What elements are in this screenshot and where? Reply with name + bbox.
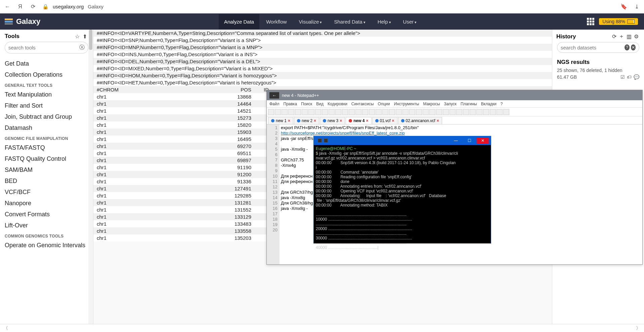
toolbar-button[interactable] xyxy=(449,109,456,115)
tools-search-input[interactable] xyxy=(8,45,79,50)
bookmark-icon[interactable]: 🔖 xyxy=(620,3,627,10)
toolbar-button[interactable] xyxy=(308,109,314,115)
toolbar-button[interactable] xyxy=(315,109,321,115)
chevron-left-icon[interactable]: 〈 xyxy=(3,325,8,331)
yandex-icon[interactable]: Я xyxy=(17,4,24,10)
new-history-icon[interactable]: ＋ xyxy=(618,33,625,40)
titlebar-back-icon[interactable]: ← xyxy=(269,92,279,99)
help-icon[interactable]: ? xyxy=(625,44,630,50)
toolbar-button[interactable] xyxy=(349,109,355,115)
toolbar-button[interactable] xyxy=(409,109,415,115)
editor-tab[interactable]: 02.anncanon.vcf× xyxy=(398,117,442,124)
toolbar-button[interactable] xyxy=(355,109,361,115)
nav-workflow[interactable]: Workflow xyxy=(261,14,292,29)
notepad-titlebar[interactable]: ← new 4 - Notepad++ xyxy=(267,90,642,100)
tool-link[interactable]: Datamash xyxy=(5,122,93,134)
menu-item[interactable]: Запуск xyxy=(444,102,457,106)
menu-item[interactable]: Кодировки xyxy=(328,102,347,106)
terminal-window[interactable]: — ☐ ✕ Eugene@HOME-PC ~ $ java -Xmx8g -ja… xyxy=(313,136,491,244)
editor-tab[interactable]: new 4× xyxy=(346,117,371,124)
menu-item[interactable]: Плагины xyxy=(461,102,477,106)
history-search-input[interactable] xyxy=(561,45,625,50)
select-icon[interactable]: ☑ xyxy=(620,74,625,80)
toolbar-button[interactable] xyxy=(282,109,288,115)
toolbar-button[interactable] xyxy=(329,109,335,115)
upload-icon[interactable]: ⬆ xyxy=(81,33,88,40)
maximize-button[interactable]: ☐ xyxy=(463,138,475,144)
nav-shared-data[interactable]: Shared Data xyxy=(329,14,371,29)
menu-item[interactable]: Вкладки xyxy=(481,102,497,106)
menu-item[interactable]: Правка xyxy=(284,102,297,106)
tool-link[interactable]: FASTQ Quality Control xyxy=(5,153,93,164)
apps-grid-icon[interactable] xyxy=(587,18,594,25)
toolbar-button[interactable] xyxy=(490,109,496,115)
toolbar-button[interactable] xyxy=(497,109,503,115)
toolbar-button[interactable] xyxy=(275,109,281,115)
history-list-icon[interactable]: ▥ xyxy=(625,33,633,40)
menu-item[interactable]: Поиск xyxy=(301,102,312,106)
logo[interactable]: Galaxy xyxy=(0,17,54,26)
terminal-titlebar[interactable]: — ☐ ✕ xyxy=(314,136,491,145)
terminal-body[interactable]: Eugene@HOME-PC ~ $ java -Xmx8g -jar snpE… xyxy=(314,145,491,251)
toolbar-button[interactable] xyxy=(503,109,509,115)
menu-item[interactable]: Вид xyxy=(316,102,324,106)
nav-visualize[interactable]: Visualize xyxy=(294,14,328,29)
toolbar-button[interactable] xyxy=(342,109,348,115)
clear-icon[interactable]: ⓧ xyxy=(79,44,85,51)
toolbar-button[interactable] xyxy=(288,109,294,115)
toolbar-button[interactable] xyxy=(402,109,409,115)
toolbar-button[interactable] xyxy=(456,109,462,115)
tool-link[interactable]: FASTA/FASTQ xyxy=(5,142,93,153)
annotation-icon[interactable]: 💬 xyxy=(634,74,639,80)
scrollbar[interactable] xyxy=(88,30,93,324)
tool-link[interactable]: Operate on Genomic Intervals xyxy=(5,240,93,251)
tool-link[interactable]: VCF/BCF xyxy=(5,187,93,198)
clear-search-icon[interactable]: ✕ xyxy=(631,44,636,50)
toolbar-button[interactable] xyxy=(382,109,388,115)
menu-item[interactable]: Файл xyxy=(269,102,280,106)
tools-search[interactable]: ⓧ xyxy=(5,42,88,53)
toolbar-button[interactable] xyxy=(416,109,422,115)
reload-icon[interactable]: ⟳ xyxy=(30,3,36,10)
toolbar-button[interactable] xyxy=(335,109,341,115)
menu-item[interactable]: Инструменты xyxy=(394,102,419,106)
toolbar-button[interactable] xyxy=(463,109,469,115)
refresh-icon[interactable]: ⟳ xyxy=(610,33,618,40)
toolbar-button[interactable] xyxy=(268,109,274,115)
toolbar-button[interactable] xyxy=(483,109,489,115)
tool-link[interactable]: Convert Formats xyxy=(5,209,93,220)
editor-tab[interactable]: new 1× xyxy=(268,117,293,124)
tool-link[interactable]: BED xyxy=(5,176,93,187)
toolbar-button[interactable] xyxy=(423,109,429,115)
tool-link[interactable]: SAM/BAM xyxy=(5,164,93,176)
toolbar-button[interactable] xyxy=(295,109,301,115)
minimize-button[interactable]: — xyxy=(450,138,462,144)
toolbar-button[interactable] xyxy=(302,109,308,115)
tags-icon[interactable]: 🏷 xyxy=(627,74,632,80)
tool-link[interactable]: Collection Operations xyxy=(5,69,93,80)
address-bar[interactable]: 🔒 usegalaxy.org Galaxy xyxy=(42,4,614,10)
toolbar-button[interactable] xyxy=(436,109,442,115)
tool-link[interactable]: Text Manipulation xyxy=(5,89,93,100)
toolbar-button[interactable] xyxy=(470,109,476,115)
menu-item[interactable]: Опции xyxy=(378,102,390,106)
menu-item[interactable]: ? xyxy=(501,102,503,106)
close-button[interactable]: ✕ xyxy=(477,138,489,144)
editor-tab[interactable]: 01.vcf× xyxy=(372,117,397,124)
toolbar-button[interactable] xyxy=(476,109,482,115)
gear-icon[interactable]: ⚙ xyxy=(633,33,640,40)
toolbar-button[interactable] xyxy=(376,109,382,115)
toolbar-button[interactable] xyxy=(429,109,435,115)
tool-link[interactable]: Filter and Sort xyxy=(5,100,93,111)
tool-link[interactable]: Join, Subtract and Group xyxy=(5,111,93,122)
download-icon[interactable]: ⤓ xyxy=(633,3,640,10)
history-name[interactable]: NGS results xyxy=(552,56,644,67)
nav-user[interactable]: User xyxy=(398,14,422,29)
tool-link[interactable]: Get Data xyxy=(5,58,93,69)
editor-tab[interactable]: new 2× xyxy=(294,117,319,124)
favorite-icon[interactable]: ☆ xyxy=(74,33,81,40)
menu-item[interactable]: Синтаксисы xyxy=(351,102,374,106)
nav-help[interactable]: Help xyxy=(372,14,396,29)
toolbar-button[interactable] xyxy=(322,109,328,115)
toolbar-button[interactable] xyxy=(362,109,368,115)
